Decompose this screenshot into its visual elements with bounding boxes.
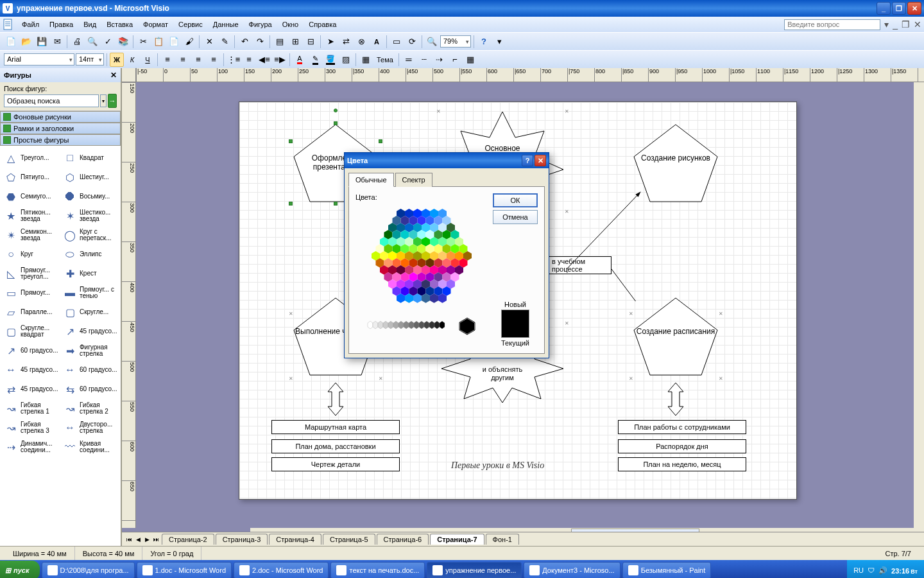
taskbar-item[interactable]: Документ3 - Microso... xyxy=(524,562,620,578)
redo-button[interactable]: ↷ xyxy=(253,35,267,49)
align-justify-button[interactable]: ≡ xyxy=(207,53,221,67)
close-button[interactable]: ✕ xyxy=(907,2,921,15)
tray-clock[interactable]: 23:16Вт xyxy=(891,565,918,575)
shape-item[interactable]: ⇢Динамич... соедини... xyxy=(1,437,60,457)
rotate-button[interactable]: ⟳ xyxy=(405,35,419,49)
stencil-backgrounds[interactable]: Фоновые рисунки xyxy=(0,111,121,123)
help-search-input[interactable] xyxy=(784,19,880,30)
menu-service[interactable]: Сервис xyxy=(173,19,208,30)
zoom-tool-button[interactable]: 🔍 xyxy=(425,35,439,49)
align-center-button[interactable]: ≡ xyxy=(176,53,190,67)
shape-item[interactable]: ⇄45 градусо... xyxy=(1,380,60,399)
corners-button[interactable]: ⌐ xyxy=(448,53,462,67)
shape-item[interactable]: ↝Гибкая стрелка 1 xyxy=(1,399,60,418)
transparency-button[interactable]: ▦ xyxy=(463,53,477,67)
line-color-button[interactable]: ✎ xyxy=(308,53,322,67)
page-tab[interactable]: Страница-3 xyxy=(216,534,268,545)
search-go-button[interactable]: → xyxy=(108,94,117,108)
open-button[interactable]: 📂 xyxy=(19,35,33,49)
search-dropdown-button[interactable]: ▾ xyxy=(100,94,107,107)
page-tab[interactable]: Страница-2 xyxy=(162,534,214,545)
shape-item[interactable]: ▬Прямоуг... с тенью xyxy=(60,283,119,302)
shape-item[interactable]: ▢Скругле... квадрат xyxy=(1,322,60,341)
page-tab[interactable]: Страница-6 xyxy=(377,534,429,545)
connector-tool-button[interactable]: ⇄ xyxy=(339,35,353,49)
tab-nav-last[interactable]: ⏭ xyxy=(151,535,160,544)
taskbar-item[interactable]: упражнение первое... xyxy=(427,562,522,578)
list-rect-right-1[interactable]: План работы с сотрудниками xyxy=(618,420,746,434)
fill-color-button[interactable]: 🪣 xyxy=(323,53,338,67)
italic-button[interactable]: К xyxy=(125,53,139,67)
center-rectangle[interactable]: в учебном процессе xyxy=(547,256,612,274)
page-tab[interactable]: Фон-1 xyxy=(486,534,519,545)
cancel-button[interactable]: Отмена xyxy=(493,210,538,224)
search-shapes-input[interactable] xyxy=(4,94,99,107)
text-tool-button[interactable]: A xyxy=(370,35,384,49)
shape-item[interactable]: ▢Скругле... xyxy=(60,302,119,322)
underline-button[interactable]: Ч xyxy=(141,53,155,67)
paste-button[interactable]: 📄 xyxy=(167,35,181,49)
menu-data[interactable]: Данные xyxy=(208,19,244,30)
menu-insert[interactable]: Вставка xyxy=(101,19,138,30)
shapes-panel-close-button[interactable]: ✕ xyxy=(110,71,117,80)
delete-button[interactable]: ✕ xyxy=(202,35,216,49)
tray-shield-icon[interactable]: 🛡 xyxy=(868,566,875,574)
list-rect-left-2[interactable]: План дома, расстановки xyxy=(271,439,400,453)
shape-item[interactable]: ⯃Восьмиу... xyxy=(60,187,119,206)
bold-button[interactable]: Ж xyxy=(110,53,124,67)
shape-item[interactable]: ↔Двусторо... стрелка xyxy=(60,418,119,437)
shape-item[interactable]: ↝Гибкая стрелка 3 xyxy=(1,418,60,437)
tray-volume-icon[interactable]: 🔊 xyxy=(878,566,887,575)
taskbar-item[interactable]: D:\2008\для програ... xyxy=(42,562,135,578)
shape-item[interactable]: ⬣Семиуго... xyxy=(1,187,60,206)
shape-item[interactable]: ➡Фигурная стрелка xyxy=(60,341,119,360)
zoom-combo[interactable]: 79% xyxy=(440,35,471,48)
font-combo[interactable]: Arial xyxy=(4,53,74,66)
stencil-borders[interactable]: Рамки и заголовки xyxy=(0,123,121,134)
new-doc-button[interactable]: 📄 xyxy=(4,35,18,49)
menu-view[interactable]: Вид xyxy=(78,19,101,30)
tab-standard-colors[interactable]: Обычные xyxy=(348,173,394,187)
shape-item[interactable]: ↔60 градусо... xyxy=(60,360,119,380)
shape-item[interactable]: ✶Шестико... звезда xyxy=(60,206,119,225)
shapes-window-button[interactable]: ▤ xyxy=(273,35,287,49)
menu-help[interactable]: Справка xyxy=(304,19,341,30)
shape-item[interactable]: ○Круг xyxy=(1,245,60,264)
start-button[interactable]: ⊞пуск xyxy=(0,561,40,578)
menu-shape[interactable]: Фигура xyxy=(244,19,277,30)
group-button[interactable]: ⊞ xyxy=(288,35,302,49)
shape-item[interactable]: ↝Гибкая стрелка 2 xyxy=(60,399,119,418)
taskbar-item[interactable]: текст на печать.doc... xyxy=(330,562,425,578)
line-pattern-button[interactable]: ┄ xyxy=(417,53,431,67)
dialog-close-button[interactable]: ✕ xyxy=(535,155,546,166)
doc-restore-button[interactable]: ❐ xyxy=(902,19,910,30)
list-rect-left-3[interactable]: Чертеж детали xyxy=(271,457,400,471)
save-button[interactable]: 💾 xyxy=(35,35,49,49)
undo-button[interactable]: ↶ xyxy=(237,35,252,49)
page-tab[interactable]: Страница-7 xyxy=(430,534,484,545)
vertical-scrollbar[interactable] xyxy=(914,82,924,528)
rectangle-tool-button[interactable]: ▭ xyxy=(389,35,404,49)
menu-window[interactable]: Окно xyxy=(277,19,304,30)
shape-item[interactable]: ▭Прямоуг... xyxy=(1,283,60,302)
doc-dropdown-icon[interactable]: ▾ xyxy=(884,19,889,30)
doc-close-button[interactable]: ✕ xyxy=(914,19,921,30)
shape-item[interactable]: ⬠Пятиуго... xyxy=(1,168,60,187)
tab-nav-next[interactable]: ▶ xyxy=(142,535,151,544)
tab-nav-first[interactable]: ⏮ xyxy=(124,535,133,544)
maximize-button[interactable]: ❐ xyxy=(892,2,906,15)
decrease-indent-button[interactable]: ◀≡ xyxy=(257,53,271,67)
increase-indent-button[interactable]: ≡▶ xyxy=(273,53,287,67)
shape-item[interactable]: □Квадрат xyxy=(60,148,119,168)
align-right-button[interactable]: ≡ xyxy=(191,53,205,67)
print-preview-button[interactable]: 🔍 xyxy=(85,35,99,49)
shape-item[interactable]: ⬡Шестиуг... xyxy=(60,168,119,187)
doc-minimize-button[interactable]: _ xyxy=(893,19,898,30)
list-rect-right-2[interactable]: Распорядок дня xyxy=(618,439,746,453)
line-ends-button[interactable]: ⇢ xyxy=(432,53,447,67)
research-button[interactable]: 📚 xyxy=(116,35,130,49)
connection-point-button[interactable]: ⊗ xyxy=(354,35,368,49)
print-button[interactable]: 🖨 xyxy=(70,35,84,49)
pentagon-shape-4[interactable]: Создание расписания ✕ ✕ ✕ ✕ xyxy=(631,295,721,380)
taskbar-item[interactable]: Безымянный - Paint xyxy=(622,562,712,578)
